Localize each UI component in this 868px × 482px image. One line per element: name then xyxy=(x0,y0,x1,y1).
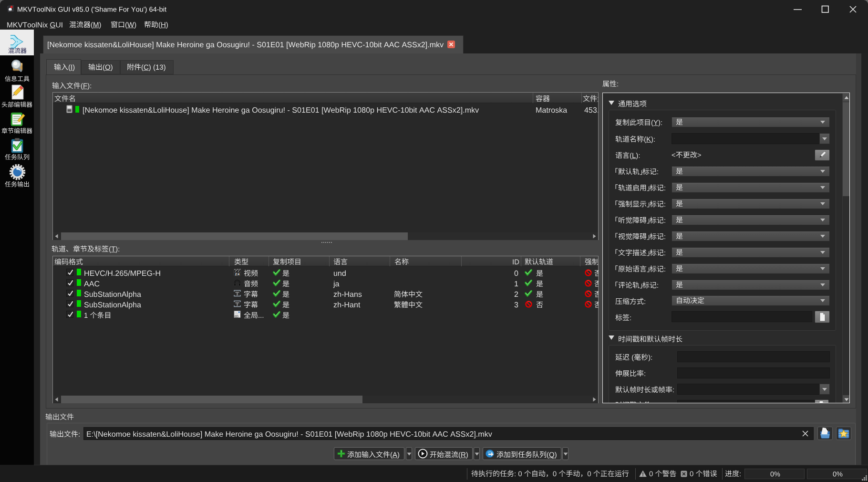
svg-text:2:4: 2:4 xyxy=(235,272,240,276)
